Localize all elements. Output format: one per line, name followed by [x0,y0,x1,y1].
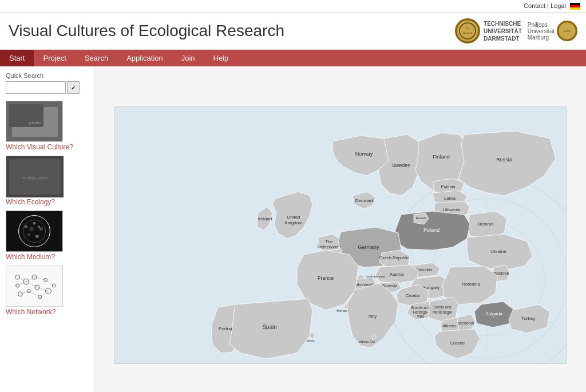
svg-text:Poland: Poland [423,227,439,233]
nav-spacer [237,50,586,66]
quick-search-label: Quick Search [6,72,88,79]
svg-text:Slovakia: Slovakia [415,267,432,272]
svg-text:Albania: Albania [442,324,456,328]
search-submit-button[interactable]: ✓ [67,81,80,94]
svg-text:Italy: Italy [368,314,377,319]
nav-project[interactable]: Project [34,50,75,66]
svg-text:Greece: Greece [449,340,465,346]
svg-text:Lithuania: Lithuania [442,207,460,212]
marburg-logo: Philipps Universität Marburg UMR [528,21,577,41]
search-input[interactable] [6,81,66,94]
svg-text:Latvia: Latvia [444,196,456,201]
svg-text:Montenegro: Montenegro [432,310,452,315]
network-link[interactable]: Which Network? [6,308,88,316]
svg-text:Germany: Germany [358,244,379,250]
svg-marker-119 [429,297,458,322]
visual-culture-block: photo Which Visual Culture? [6,101,88,151]
svg-text:UMR: UMR [564,30,571,33]
svg-text:Darmstadt: Darmstadt [463,31,473,34]
svg-text:Sweden: Sweden [391,163,410,168]
svg-text:Serbia and: Serbia and [433,305,452,309]
svg-text:Croatia: Croatia [405,293,419,298]
svg-point-19 [27,233,30,236]
svg-text:vina: vina [417,314,424,318]
svg-text:Russia: Russia [496,157,512,163]
legal-link[interactable]: Legal [551,2,566,9]
tud-logo-emblem: TU Darmstadt [455,18,480,43]
svg-text:Spain: Spain [262,324,277,330]
svg-text:Estonia: Estonia [441,184,456,189]
svg-text:Bosnia and: Bosnia and [411,306,430,310]
medium-link[interactable]: Which Medium? [6,253,88,261]
svg-text:Ireland: Ireland [258,216,271,221]
svg-point-17 [33,222,36,225]
svg-text:Turkey: Turkey [521,316,534,321]
nav-start[interactable]: Start [0,50,34,66]
svg-text:Denmark: Denmark [355,198,374,203]
svg-text:France: France [317,275,333,281]
network-image [6,266,63,307]
site-title: Visual Cultures of Ecological Research [9,22,284,40]
marburg-logo-emblem: UMR [557,21,577,41]
svg-text:Czech Republic: Czech Republic [379,255,409,260]
medium-image [6,211,63,252]
nav-join[interactable]: Join [172,50,204,66]
nav-bar: Start Project Search Application Join He… [0,50,586,66]
medium-block: Which Medium? [6,211,88,261]
ecology-link[interactable]: Which Ecology? [6,198,88,206]
header: Visual Cultures of Ecological Research T… [0,13,586,50]
svg-text:Russia: Russia [415,216,426,220]
svg-text:photo: photo [29,120,41,125]
svg-text:Romania: Romania [461,282,480,287]
flag-icon [570,3,580,10]
svg-text:Vatican City: Vatican City [358,340,375,343]
svg-point-20 [35,235,39,238]
svg-text:United: United [287,215,300,220]
nav-application[interactable]: Application [117,50,172,66]
svg-text:Ukraine: Ukraine [490,249,506,254]
svg-text:Finland: Finland [433,154,450,160]
svg-text:Bulgaria: Bulgaria [485,311,502,316]
europe-map: Ireland United Kingdom Norway Sweden Fin… [114,106,567,364]
ecology-block: ecology photo Which Ecology? [6,156,88,206]
svg-point-16 [24,225,27,228]
svg-text:Netherlands: Netherlands [317,244,340,250]
svg-text:TU: TU [466,27,470,30]
sidebar: Quick Search ✓ photo Which Visual Cultur… [0,66,94,392]
contact-link[interactable]: Contact [524,2,545,9]
svg-text:ecology photo: ecology photo [22,176,47,180]
tud-logo: TU Darmstadt TECHNISCHE UNIVERSITÄT DARM… [455,18,522,43]
nav-search[interactable]: Search [76,50,117,66]
svg-text:Belarus: Belarus [478,221,493,227]
svg-text:Liechten-stein: Liechten-stein [366,275,385,278]
network-block: Which Network? [6,266,88,316]
quick-search-row: ✓ [6,81,88,94]
map-area: Ireland United Kingdom Norway Sweden Fin… [94,66,586,392]
svg-text:The: The [325,239,332,244]
tud-logo-text: TECHNISCHE UNIVERSITÄT DARMSTADT [484,20,522,42]
svg-point-18 [39,227,43,231]
logos: TU Darmstadt TECHNISCHE UNIVERSITÄT DARM… [455,18,577,43]
svg-rect-13 [6,211,62,252]
visual-culture-image: photo [6,101,63,142]
svg-text:Norway: Norway [355,151,373,157]
visual-culture-link[interactable]: Which Visual Culture? [6,143,88,151]
main-content: Quick Search ✓ photo Which Visual Cultur… [0,66,586,392]
svg-point-22 [38,225,40,228]
svg-text:Kingdom: Kingdom [284,220,303,225]
ecology-image: ecology photo [6,156,63,197]
top-bar: Contact | Legal [0,0,586,13]
svg-text:Austria: Austria [389,272,403,277]
marburg-logo-text: Philipps Universität Marburg [528,22,555,41]
nav-help[interactable]: Help [204,50,238,66]
svg-point-21 [29,227,34,231]
svg-rect-23 [6,266,62,307]
